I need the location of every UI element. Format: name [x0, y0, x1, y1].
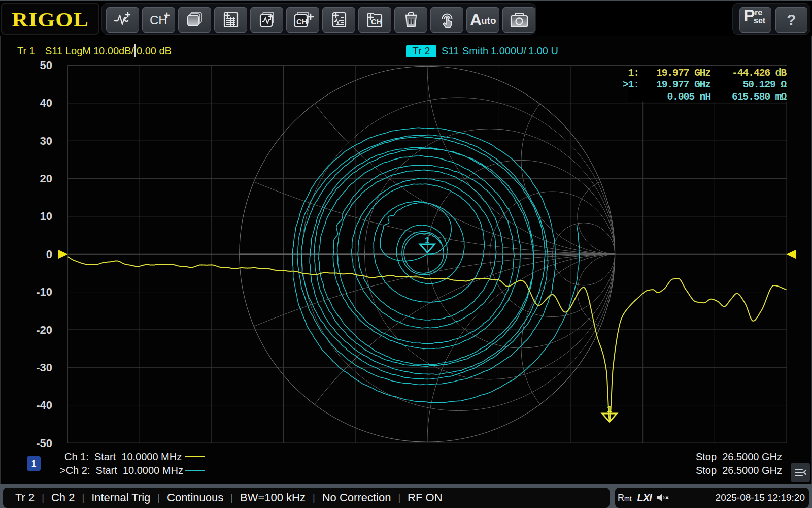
svg-text:1: 1: [425, 236, 429, 245]
svg-text:0.005 nH: 0.005 nH: [667, 91, 710, 103]
svg-text:>1:: >1:: [623, 79, 639, 90]
svg-text:50: 50: [40, 59, 52, 72]
svg-text:1: 1: [607, 404, 612, 415]
svg-text:CH: CH: [371, 17, 382, 26]
svg-text:CH: CH: [296, 17, 308, 26]
svg-text:-50: -50: [36, 437, 52, 450]
svg-text:40: 40: [40, 97, 52, 109]
svg-text:-20: -20: [36, 324, 52, 336]
svg-text:19.977 GHz: 19.977 GHz: [656, 79, 710, 90]
svg-text:-40: -40: [36, 399, 52, 411]
svg-text:10: 10: [40, 210, 52, 223]
svg-text:50.129 Ω: 50.129 Ω: [742, 79, 787, 90]
svg-text:-30: -30: [36, 361, 52, 374]
svg-text:30: 30: [40, 135, 52, 147]
svg-text:-10: -10: [36, 285, 52, 298]
svg-text:-44.426 dB: -44.426 dB: [732, 67, 787, 79]
svg-text:615.580 mΩ: 615.580 mΩ: [732, 91, 787, 103]
svg-text:+: +: [164, 10, 170, 21]
svg-text:20: 20: [40, 172, 52, 185]
svg-text:19.977 GHz: 19.977 GHz: [656, 67, 710, 79]
svg-text:1:: 1:: [628, 67, 639, 79]
svg-text:uto: uto: [481, 15, 496, 26]
svg-text:0: 0: [46, 248, 52, 261]
svg-text:A: A: [470, 11, 482, 29]
